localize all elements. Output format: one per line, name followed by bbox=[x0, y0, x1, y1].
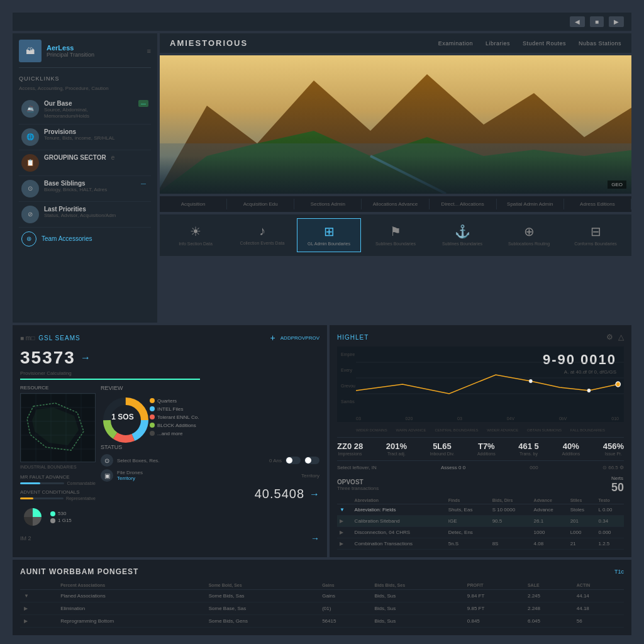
status-text-1: File Drones Territory bbox=[117, 470, 143, 481]
opvost-table: Abreviation Finds Bids, Dirs Advance Sti… bbox=[337, 497, 624, 550]
icon-cell-4[interactable]: ⚓ Sublines Boundaries bbox=[430, 218, 494, 252]
cat-tab-2[interactable]: Sections Admin bbox=[294, 199, 362, 209]
wtd-2-1: Some Bids, Gens bbox=[205, 615, 318, 628]
legend-items: Quarters INTEL Files Tolerant ENNL Co. bbox=[150, 398, 199, 436]
sidebar-item-avatar-4: ⊙ bbox=[21, 180, 39, 197]
opvost-header: OPVOST Three transactions Nerts 50 bbox=[337, 475, 624, 494]
toggle-1[interactable] bbox=[304, 457, 319, 464]
pie-legend: 530 1 G15 bbox=[20, 504, 96, 530]
icon-cell-2[interactable]: ⊞ GL Admin Boundaries bbox=[297, 218, 361, 252]
panel-icon: ■ m□ bbox=[20, 335, 35, 341]
td-2-5: 0.000 bbox=[596, 527, 624, 538]
panel-title: GSL SEAMS bbox=[38, 335, 80, 341]
td-2-3: 1000 bbox=[531, 527, 568, 538]
profile-menu-icon[interactable]: ≡ bbox=[147, 47, 151, 55]
add-button[interactable]: + bbox=[270, 333, 275, 343]
sidebar-item-provisions[interactable]: 🌐 Provisions Tenure, Bids, income, SR/HL… bbox=[19, 125, 151, 150]
cat-tab-5[interactable]: Spatial Admin Admin bbox=[497, 199, 564, 209]
expand-icon[interactable]: △ bbox=[618, 333, 624, 341]
wide-row-0[interactable]: ▼ Planed Associations Some Bids, Sas Gai… bbox=[20, 590, 624, 602]
nav-stop-btn[interactable]: ■ bbox=[590, 16, 604, 27]
nav-examination[interactable]: Examination bbox=[438, 40, 473, 47]
music-icon: ♪ bbox=[259, 224, 265, 238]
minus-square-icon: ⊟ bbox=[591, 224, 601, 239]
wide-row-1[interactable]: ▶ Elimination Some Base, Sas (01) Bids, … bbox=[20, 602, 624, 615]
expand-1: ▶ bbox=[337, 516, 352, 527]
flag-icon: ⚑ bbox=[390, 224, 401, 239]
th-6: Testo bbox=[596, 497, 624, 504]
wth-7: ACTIN bbox=[573, 581, 624, 590]
table-row-2[interactable]: ▶ Disconnection, 04 CHRS Detec, Ens 1000… bbox=[337, 527, 624, 538]
hero-corner-label: GEO bbox=[608, 180, 626, 189]
wth-2: Some Bold, Ses bbox=[205, 581, 318, 590]
quicklinks-desc: Access, Accounting, Procedure, Caution bbox=[19, 86, 151, 91]
wtd-1-6: 44.18 bbox=[573, 602, 624, 615]
chart-labels-left: Empire Every Grevou Sambs bbox=[341, 347, 355, 409]
th-3: Bids, Dirs bbox=[490, 497, 531, 504]
icon-cell-3[interactable]: ⚑ Sublines Boundaries bbox=[364, 218, 428, 252]
analytics-header: HIGHLET ⚙ △ bbox=[337, 333, 624, 341]
sidebar-profile[interactable]: 🏔 AerLess Principal Transition ≡ bbox=[19, 40, 151, 68]
icon-cell-5[interactable]: ⊕ Sublocations Routing bbox=[497, 218, 561, 252]
icon-cell-6[interactable]: ⊟ Conforms Boundaries bbox=[564, 218, 628, 252]
big-number-arrow: → bbox=[309, 489, 319, 500]
settings-icon[interactable]: ⚙ bbox=[606, 333, 613, 341]
sidebar-item-grouping[interactable]: 📋 GROUPING SECTOR e bbox=[19, 150, 151, 176]
green-bar bbox=[20, 379, 200, 380]
td-0-3: Advance bbox=[531, 504, 568, 516]
td-3-4: 21 bbox=[568, 538, 596, 550]
bottom-nav-label: IM 2 bbox=[20, 535, 31, 541]
svg-point-25 bbox=[529, 379, 533, 383]
sidebar-item-name: Our Base bbox=[44, 100, 133, 107]
table-row-0[interactable]: ▼ Abreviation: Fields Shuts, Eas S 10 00… bbox=[337, 504, 624, 516]
sidebar-team-link[interactable]: ⊛ Team Accessories bbox=[19, 228, 151, 250]
sidebar-item-desc-2: Tenure, Bids, income, SR/HLAL bbox=[44, 135, 115, 142]
nav-prev-btn[interactable]: ◀ bbox=[570, 16, 585, 27]
add-link[interactable]: ADDPROVPROV bbox=[280, 335, 319, 341]
td-1-2: 90.5 bbox=[490, 516, 531, 527]
map-widget bbox=[20, 393, 96, 462]
toggle-0[interactable] bbox=[286, 457, 301, 464]
sidebar-badge-4: — bbox=[138, 180, 148, 187]
icon-label-1: Collection Events Data bbox=[240, 241, 285, 246]
icon-cell-1[interactable]: ♪ Collection Events Data bbox=[230, 218, 294, 252]
wide-panel-link[interactable]: T1c bbox=[614, 569, 624, 575]
wtd-1-3: Bids, Sus bbox=[370, 602, 463, 615]
svg-point-26 bbox=[587, 389, 591, 392]
header-nav: Examination Libraries Student Routes Nub… bbox=[438, 40, 621, 47]
status-section: STATUS ⊙ Select Boxes, Res. 0 Ans bbox=[101, 444, 319, 482]
icon-cell-0[interactable]: ☀ Info Section Data bbox=[164, 218, 228, 252]
kpi-5: 40% Additions bbox=[562, 441, 580, 457]
kpi-4: 461 5 Trans. by bbox=[518, 441, 539, 457]
cat-tab-3[interactable]: Allocations Advance bbox=[362, 199, 429, 209]
sidebar-item-avatar-5: ⊘ bbox=[21, 206, 39, 223]
nav-next-btn[interactable]: ▶ bbox=[609, 16, 624, 27]
sidebar-badge: — bbox=[138, 100, 148, 107]
opvost-metric: Nerts bbox=[611, 475, 624, 481]
td-3-5: 1.2.5 bbox=[596, 538, 624, 550]
status-row-0: ⊙ Select Boxes, Res. 0 Ans bbox=[101, 454, 319, 467]
cat-tab-0[interactable]: Acquisition bbox=[160, 199, 227, 209]
expand-3: ▶ bbox=[337, 538, 352, 550]
nav-libraries[interactable]: Libraries bbox=[486, 40, 510, 47]
sidebar-item-basesiblings[interactable]: ⊙ Base Siblings Biology, Bricks, HALT, A… bbox=[19, 176, 151, 202]
sidebar-item-ourbase[interactable]: 🚢 Our Base Source, Abdominal, Memorandum… bbox=[19, 96, 151, 125]
sidebar-item-lastprio[interactable]: ⊘ Last Priorities Status, Advisor, Acqui… bbox=[19, 202, 151, 228]
svg-point-27 bbox=[616, 382, 620, 387]
kpi-row: ZZ0 28 Impressions 201% Tract adj. 5L65 … bbox=[337, 437, 624, 461]
team-link-label: Team Accessories bbox=[42, 235, 92, 242]
cat-tab-6[interactable]: Adress Editions bbox=[564, 199, 631, 209]
cat-tab-4[interactable]: Direct... Allocations bbox=[430, 199, 497, 209]
legend-2: Tolerant ENNL Co. bbox=[150, 414, 199, 420]
nav-student-routes[interactable]: Student Routes bbox=[523, 40, 566, 47]
nav-nubas[interactable]: Nubas Stations bbox=[579, 40, 621, 47]
table-row-1[interactable]: ▶ Calibration Siteband IGE 90.5 26.1 201… bbox=[337, 516, 624, 527]
wtd-1-5: 2.248 bbox=[524, 602, 573, 615]
bottom-nav-arrow[interactable]: → bbox=[311, 533, 319, 543]
cat-tab-1[interactable]: Acquisition Edu bbox=[227, 199, 294, 209]
wtd-2-3: Bids, Sus bbox=[370, 615, 463, 628]
wtd-2-6: 56 bbox=[573, 615, 624, 628]
table-row-3[interactable]: ▶ Combination Transactions 5n.S 8S 4.08 … bbox=[337, 538, 624, 550]
wide-row-2[interactable]: ▶ Reprogramming Bottom Some Bids, Gens 5… bbox=[20, 615, 624, 628]
legend-1: INTEL Files bbox=[150, 406, 199, 412]
